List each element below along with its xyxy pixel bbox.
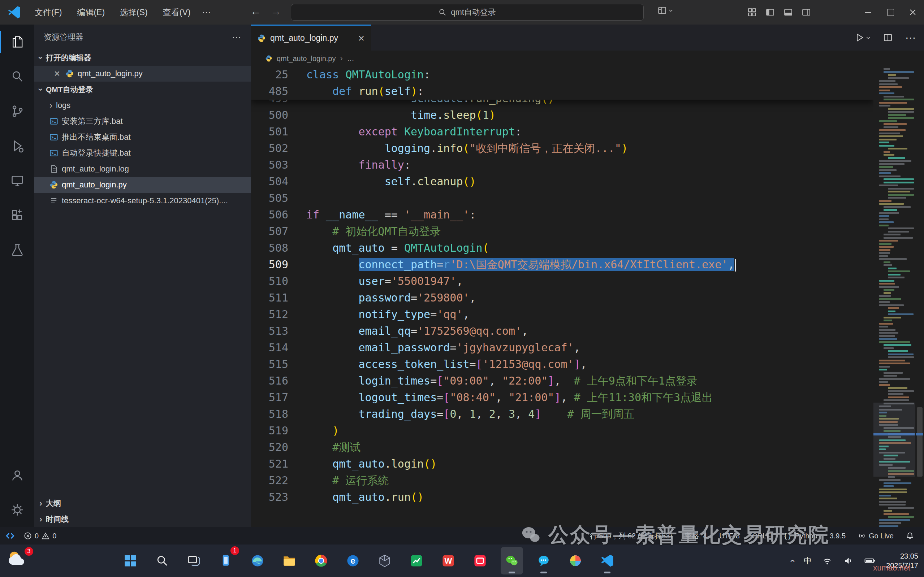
testing-icon[interactable]: [0, 232, 34, 267]
source-control-icon[interactable]: [0, 94, 34, 129]
remote-indicator-icon[interactable]: [5, 531, 15, 541]
tree-folder-item[interactable]: ›logs: [34, 97, 251, 113]
remote-explorer-icon[interactable]: [0, 163, 34, 198]
code-line[interactable]: 513 email_qq='1752569@qq.com',: [251, 323, 873, 339]
status-item[interactable]: Go Live: [858, 532, 893, 540]
status-item[interactable]: {}Python: [783, 532, 817, 540]
code-line[interactable]: 519 ): [251, 422, 873, 439]
scrollbar-thumb[interactable]: [917, 407, 922, 476]
code-line[interactable]: 504 self.cleanup(): [251, 173, 873, 190]
tree-file-item[interactable]: 推出不结束桌面.bat: [34, 129, 251, 145]
search-sidebar-icon[interactable]: [0, 59, 34, 94]
code-area[interactable]: 499 schedule.run_pending()500 time.sleep…: [251, 66, 873, 527]
menu-item[interactable]: 选择(S): [113, 4, 154, 21]
menu-item[interactable]: 查看(V): [156, 4, 197, 21]
code-line[interactable]: 500 time.sleep(1): [251, 107, 873, 124]
taskbar-app-chrome[interactable]: [310, 547, 332, 574]
toggle-sidebar-icon[interactable]: [765, 7, 775, 17]
code-line[interactable]: 510 user='55001947',: [251, 273, 873, 290]
code-line[interactable]: 503 finally:: [251, 157, 873, 173]
code-line[interactable]: 501 except KeyboardInterrupt:: [251, 124, 873, 140]
status-item[interactable]: [906, 532, 914, 540]
taskbar-app-redapp[interactable]: [469, 547, 491, 574]
taskbar-app-cube[interactable]: [374, 547, 396, 574]
tray-overflow-chevron-icon[interactable]: ›: [786, 559, 798, 562]
code-line[interactable]: 509 connect_path=r'D:\国金QMT交易端模拟/bin.x64…: [251, 256, 873, 273]
tree-file-item[interactable]: qmt_auto_login.log: [34, 161, 251, 177]
code-line[interactable]: 507 # 初始化QMT自动登录: [251, 223, 873, 240]
split-editor-icon[interactable]: [883, 32, 893, 43]
taskbar-app-wps[interactable]: W: [437, 547, 460, 574]
weather-widget[interactable]: 3: [5, 548, 31, 574]
code-line[interactable]: 516 login_times=["09:00", "22:00"], # 上午…: [251, 372, 873, 389]
code-line[interactable]: 517 logout_times=["08:40", "21:00"], # 上…: [251, 389, 873, 406]
workspace-folder-header[interactable]: › QMT自动登录: [34, 82, 251, 97]
grid-layout-icon[interactable]: [747, 7, 757, 17]
outline-section-header[interactable]: › 大纲: [34, 495, 251, 511]
code-line[interactable]: 505: [251, 190, 873, 206]
code-line[interactable]: 514 email_password='jgyhavzupyglecaf',: [251, 339, 873, 356]
wifi-icon[interactable]: [822, 555, 833, 566]
code-line[interactable]: 506if __name__ == '__main__':: [251, 206, 873, 223]
sidebar-more-actions-icon[interactable]: ⋯: [232, 32, 241, 43]
taskbar-app-start[interactable]: [119, 547, 142, 574]
taskbar-app-explorer[interactable]: [278, 547, 300, 574]
code-line[interactable]: 520 #测试: [251, 439, 873, 456]
taskbar-app-qmt[interactable]: [405, 547, 428, 574]
toggle-panel-icon[interactable]: [783, 7, 793, 17]
taskbar-app-search[interactable]: [151, 547, 173, 574]
timeline-section-header[interactable]: › 时间线: [34, 511, 251, 527]
tab-close-icon[interactable]: ×: [358, 33, 364, 44]
editor-scrollbar[interactable]: [915, 66, 924, 527]
navigate-forward-button[interactable]: →: [268, 5, 284, 17]
code-line[interactable]: 512 notify_type='qq',: [251, 306, 873, 323]
settings-gear-icon[interactable]: [0, 493, 34, 527]
code-line[interactable]: 508 qmt_auto = QMTAutoLogin(: [251, 240, 873, 256]
code-line[interactable]: 518 trading_days=[0, 1, 2, 3, 4] # 周一到周五: [251, 406, 873, 422]
taskbar-app-chat2[interactable]: [532, 547, 555, 574]
status-item[interactable]: 行 509，列 62 (已选择53): [590, 531, 672, 541]
open-editors-header[interactable]: › 打开的编辑器: [34, 50, 251, 66]
open-editor-item[interactable]: × qmt_auto_login.py: [34, 66, 251, 82]
code-line[interactable]: 521 qmt_auto.login(): [251, 456, 873, 472]
minimap[interactable]: [873, 66, 915, 527]
minimap-slider[interactable]: [873, 403, 915, 476]
taskbar-app-taskview[interactable]: [183, 547, 205, 574]
taskbar-app-edge2[interactable]: e: [342, 547, 364, 574]
code-line[interactable]: 523 qmt_auto.run(): [251, 489, 873, 506]
taskbar-app-vscode[interactable]: [596, 547, 618, 574]
maximize-button[interactable]: [879, 0, 901, 24]
tree-file-item[interactable]: 自动登录快捷键.bat: [34, 145, 251, 161]
explorer-icon[interactable]: [0, 24, 34, 59]
close-icon[interactable]: ×: [52, 69, 62, 79]
close-button[interactable]: [901, 0, 924, 24]
taskbar-app-phonelink[interactable]: 1: [214, 547, 237, 574]
problems-indicator[interactable]: 0 0: [24, 532, 56, 540]
tray-clock[interactable]: 23:05 2025/7/17: [886, 551, 918, 570]
taskbar-app-wechat[interactable]: [501, 547, 523, 574]
minimize-button[interactable]: [857, 0, 879, 24]
menu-item[interactable]: 文件(F): [28, 4, 68, 21]
tab-qmt-auto-login[interactable]: qmt_auto_login.py ×: [251, 24, 371, 50]
run-debug-icon[interactable]: [0, 129, 34, 163]
status-item[interactable]: CRLF: [752, 532, 771, 540]
code-line[interactable]: 515 access_token_list=['12153@qq.com'],: [251, 356, 873, 372]
code-line[interactable]: 511 password='259800',: [251, 290, 873, 306]
customize-layout-button[interactable]: [658, 6, 673, 15]
toggle-secondary-sidebar-icon[interactable]: [801, 7, 811, 17]
code-line[interactable]: 25class QMTAutoLogin:: [251, 66, 873, 83]
taskbar-app-edge[interactable]: [246, 547, 269, 574]
more-actions-icon[interactable]: ⋯: [905, 31, 916, 44]
tree-file-item[interactable]: 安装第三方库.bat: [34, 113, 251, 129]
tree-file-item[interactable]: qmt_auto_login.py: [34, 177, 251, 193]
taskbar-app-pinwheel[interactable]: [564, 547, 587, 574]
ime-indicator[interactable]: 中: [804, 555, 812, 566]
code-line[interactable]: 502 logging.info("收到中断信号，正在关闭..."): [251, 140, 873, 157]
status-item[interactable]: UTF-8: [719, 532, 740, 540]
status-item[interactable]: 空格: 4: [685, 531, 707, 541]
navigate-back-button[interactable]: ←: [248, 5, 264, 17]
command-center-search[interactable]: qmt自动登录: [291, 4, 644, 21]
menu-item[interactable]: 编辑(E): [71, 4, 111, 21]
account-icon[interactable]: [0, 458, 34, 493]
status-item[interactable]: 3.9.5: [830, 532, 846, 540]
